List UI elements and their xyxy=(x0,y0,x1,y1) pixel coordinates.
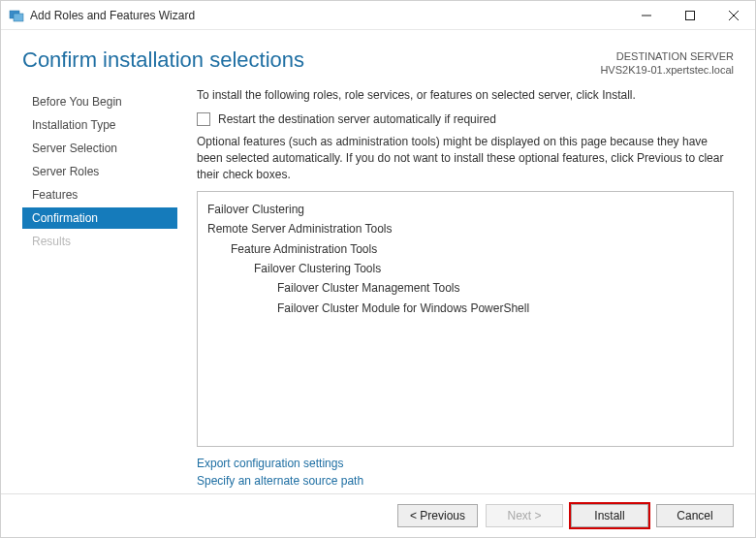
nav-results: Results xyxy=(22,231,177,252)
close-button[interactable] xyxy=(711,1,755,30)
nav-server-roles[interactable]: Server Roles xyxy=(22,161,177,182)
next-button: Next > xyxy=(486,504,563,527)
app-icon xyxy=(9,8,24,23)
previous-button[interactable]: < Previous xyxy=(397,504,478,527)
window-controls xyxy=(624,1,755,30)
feature-item: Failover Cluster Management Tools xyxy=(207,278,723,298)
maximize-button[interactable] xyxy=(668,1,711,30)
content-pane: To install the following roles, role ser… xyxy=(197,87,734,493)
svg-rect-1 xyxy=(14,14,23,21)
restart-checkbox[interactable] xyxy=(197,112,210,126)
install-button[interactable]: Install xyxy=(571,504,648,527)
destination-server: HVS2K19-01.xpertstec.local xyxy=(600,63,734,77)
nav-server-selection[interactable]: Server Selection xyxy=(22,138,177,159)
nav-installation-type[interactable]: Installation Type xyxy=(22,114,177,136)
optional-features-text: Optional features (such as administratio… xyxy=(197,134,734,182)
feature-item: Remote Server Administration Tools xyxy=(207,219,723,238)
bottom-links: Export configuration settings Specify an… xyxy=(197,455,734,490)
cancel-button[interactable]: Cancel xyxy=(656,504,734,527)
restart-checkbox-row[interactable]: Restart the destination server automatic… xyxy=(197,112,734,126)
minimize-button[interactable] xyxy=(624,1,668,30)
feature-item: Failover Clustering Tools xyxy=(207,259,723,278)
destination-label: DESTINATION SERVER xyxy=(600,49,734,63)
wizard-nav: Before You Begin Installation Type Serve… xyxy=(22,87,177,493)
window-title: Add Roles and Features Wizard xyxy=(30,9,195,22)
title-bar: Add Roles and Features Wizard xyxy=(1,1,755,30)
nav-features[interactable]: Features xyxy=(22,184,177,206)
feature-item: Failover Clustering xyxy=(207,200,723,219)
alternate-source-link[interactable]: Specify an alternate source path xyxy=(197,472,734,490)
intro-text: To install the following roles, role ser… xyxy=(197,87,734,104)
feature-item: Failover Cluster Module for Windows Powe… xyxy=(207,299,723,318)
nav-confirmation[interactable]: Confirmation xyxy=(22,207,177,229)
svg-rect-3 xyxy=(685,11,694,19)
restart-checkbox-label: Restart the destination server automatic… xyxy=(218,112,496,126)
header: Confirm installation selections DESTINAT… xyxy=(1,30,755,78)
body: Before You Begin Installation Type Serve… xyxy=(1,78,755,493)
selected-features-box: Failover Clustering Remote Server Admini… xyxy=(197,191,734,447)
nav-before-you-begin[interactable]: Before You Begin xyxy=(22,91,177,112)
page-title: Confirm installation selections xyxy=(22,47,304,73)
feature-item: Feature Administration Tools xyxy=(207,239,723,259)
destination-box: DESTINATION SERVER HVS2K19-01.xpertstec.… xyxy=(600,49,734,78)
export-config-link[interactable]: Export configuration settings xyxy=(197,455,734,472)
button-bar: < Previous Next > Install Cancel xyxy=(1,493,755,537)
